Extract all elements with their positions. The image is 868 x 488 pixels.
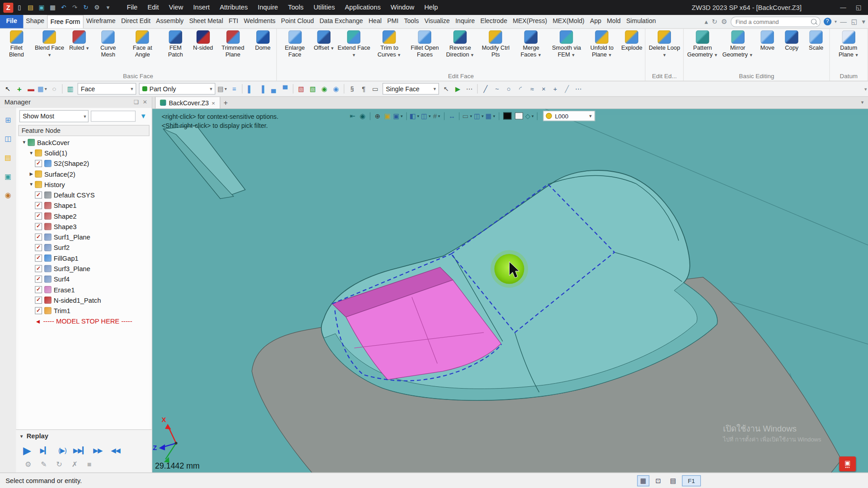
tree-item-fillgap1[interactable]: ✓FillGap1 <box>18 253 149 263</box>
tree-item-checkbox[interactable]: ✓ <box>35 244 42 251</box>
tree-item-surf1-plane[interactable]: ✓Surf1_Plane <box>18 232 149 242</box>
command-search[interactable] <box>731 16 820 27</box>
new-tab-button[interactable]: + <box>220 98 231 106</box>
tab-shape[interactable]: Shape <box>23 15 47 28</box>
status-display-icon[interactable]: ⊡ <box>652 475 664 486</box>
arc-tool-icon[interactable]: ◜ <box>515 83 526 94</box>
replay-rewind-button[interactable]: ◀◀ <box>108 444 123 457</box>
ellipsis-tool-icon[interactable]: ⋯ <box>573 83 584 94</box>
replay-step-end-button[interactable]: ▶▶▎ <box>72 444 87 457</box>
tree-item-surf2[interactable]: ✓Surf2 <box>18 242 149 253</box>
tab-mold[interactable]: Mold <box>604 15 623 28</box>
pan-icon[interactable]: ↔ <box>448 111 457 121</box>
tab-sheet-metal[interactable]: Sheet Metal <box>186 15 226 28</box>
tab-list-caret-icon[interactable]: ▾ <box>861 99 868 105</box>
minimize-button[interactable]: — <box>836 2 850 13</box>
expander-open-icon[interactable]: ▼ <box>28 150 35 155</box>
view-manager-icon[interactable]: ▣ <box>3 171 13 181</box>
tree-item-s2-shape2[interactable]: ✓S2(Shape2) <box>18 158 149 169</box>
ribbon-collapse-icon[interactable]: ▴ <box>704 18 708 25</box>
ribbon-button-enlarge-face[interactable]: Enlarge Face <box>278 29 311 59</box>
plane-display-icon[interactable]: ▭▼ <box>462 111 473 121</box>
toolbar-overflow-caret-icon[interactable]: ▾ <box>864 86 868 91</box>
globe-green-icon[interactable]: ◉ <box>319 83 330 94</box>
expander-closed-icon[interactable]: ▶ <box>28 172 35 177</box>
menu-lines-icon[interactable]: ≡ <box>229 83 240 94</box>
restore-button[interactable]: ◱ <box>851 2 866 13</box>
ribbon-button-datum-plane[interactable]: Datum Plane ▼ <box>831 29 866 59</box>
f1-help-badge[interactable]: F1 <box>682 475 701 486</box>
ribbon-button-n-sided[interactable]: N-sided <box>191 29 215 52</box>
lasso-icon[interactable]: ◌ <box>49 83 60 94</box>
view-cube-icon[interactable]: ▣ <box>383 111 392 121</box>
pilcrow-icon[interactable]: ¶ <box>358 83 369 94</box>
ribbon-button-ruled[interactable]: Ruled ▼ <box>67 29 92 52</box>
visual-style-icon[interactable]: ◧▼ <box>410 111 420 121</box>
point-tool-icon[interactable]: + <box>550 83 561 94</box>
manager-close-icon[interactable]: ✕ <box>142 99 147 105</box>
replay-edit-icon[interactable]: ✎ <box>41 460 47 469</box>
pick-filter-dropdown[interactable]: Single Face▼ <box>382 83 439 95</box>
pick-remove-icon[interactable]: ▬ <box>25 83 36 94</box>
overlay-badge[interactable]: ▣ ●●● <box>839 456 856 471</box>
ribbon-button-delete-loop[interactable]: Delete Loop ▼ <box>647 29 682 59</box>
new-file-icon[interactable]: ▯ <box>14 3 24 13</box>
status-doc-icon[interactable]: ▤ <box>667 475 679 486</box>
pick-add-icon[interactable]: + <box>14 83 25 94</box>
save-icon[interactable]: ▣ <box>37 3 47 13</box>
app-logo-icon[interactable]: Z <box>3 3 13 13</box>
align-top-icon[interactable]: ▀ <box>279 83 290 94</box>
menu-window[interactable]: Window <box>386 0 419 15</box>
run-icon[interactable]: ▶ <box>452 83 463 94</box>
tab-close-icon[interactable]: × <box>212 99 215 106</box>
tree-item-checkbox[interactable]: ✓ <box>35 265 42 272</box>
pick-arrow-icon[interactable]: ↖ <box>2 83 13 94</box>
tree-item-checkbox[interactable]: ✓ <box>35 212 42 220</box>
tab-mex-mold[interactable]: MEX(Mold) <box>550 15 587 28</box>
frame-icon[interactable]: ▭ <box>370 83 381 94</box>
doc-minimize-icon[interactable]: — <box>840 18 847 25</box>
align-right-icon[interactable]: ▐ <box>256 83 267 94</box>
help-caret-icon[interactable]: ▾ <box>835 19 837 24</box>
sheet-green-icon[interactable]: ▧ <box>307 83 318 94</box>
replay-regen-icon[interactable]: ↻ <box>56 460 62 469</box>
black-color-swatch[interactable] <box>503 113 511 120</box>
tree-item-model-stop-here[interactable]: ◄----- MODEL STOP HERE ----- <box>18 316 149 326</box>
user-profile-icon[interactable]: ◉ <box>3 190 13 200</box>
replay-header[interactable]: ▼ Replay <box>16 431 152 441</box>
tree-item-default-csys[interactable]: ✓Default CSYS <box>18 190 149 200</box>
ribbon-button-fillet-blend[interactable]: Fillet Blend <box>1 29 32 59</box>
circle-tool-icon[interactable]: ○ <box>503 83 514 94</box>
tree-item-checkbox[interactable]: ✓ <box>35 192 42 199</box>
undo-icon[interactable]: ↶ <box>59 3 69 13</box>
tab-mex-press[interactable]: MEX(Press) <box>510 15 550 28</box>
tree-item-surface-2[interactable]: ▶Surface(2) <box>18 169 149 179</box>
replay-settings-icon[interactable]: ⚙ <box>25 460 31 469</box>
replay-fast-forward-button[interactable]: ▶▶ <box>90 444 105 457</box>
menu-attributes[interactable]: Attributes <box>215 0 253 15</box>
tree-item-checkbox[interactable]: ✓ <box>35 202 42 209</box>
tab-file[interactable]: File <box>0 15 23 28</box>
slash-tool-icon[interactable]: ╱ <box>561 83 572 94</box>
menu-utilities[interactable]: Utilities <box>308 0 340 15</box>
settings-gear-icon[interactable]: ⚙ <box>92 3 102 13</box>
cursor-small-icon[interactable]: ↖ <box>441 83 452 94</box>
ribbon-button-trim-to-curves[interactable]: Trim to Curves ▼ <box>372 29 407 59</box>
doc-restore-icon[interactable]: ◱ <box>851 18 858 25</box>
menu-insert[interactable]: Insert <box>188 0 215 15</box>
camera-view-icon[interactable]: ◫▼ <box>474 111 484 121</box>
menu-view[interactable]: View <box>164 0 188 15</box>
replay-delete-icon[interactable]: ✗ <box>72 460 78 469</box>
tree-item-backcover[interactable]: ▼BackCover <box>18 137 149 148</box>
tab-assembly[interactable]: Assembly <box>153 15 186 28</box>
ribbon-button-mirror-geometry[interactable]: Mirror Geometry ▼ <box>720 29 755 59</box>
csys-icon[interactable]: ⊕ <box>373 111 382 121</box>
grid-snap-icon[interactable]: #▼ <box>433 111 442 121</box>
print-icon[interactable]: ▦ <box>47 3 57 13</box>
line-tool-icon[interactable]: ╱ <box>480 83 491 94</box>
ribbon-button-scale[interactable]: Scale <box>804 29 828 52</box>
filter-funnel-icon[interactable]: ▼ <box>138 111 149 122</box>
menu-applications[interactable]: Applications <box>340 0 386 15</box>
globe-blue-icon[interactable]: ◉ <box>330 83 341 94</box>
datum-plane-display-icon[interactable]: ◇▼ <box>525 111 534 121</box>
